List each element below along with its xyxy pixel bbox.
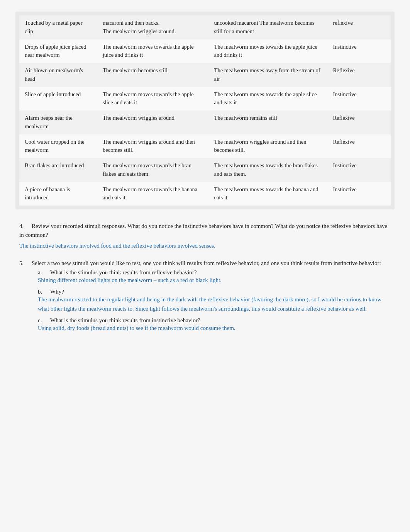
stimulus-cell: Bran flakes are introduced <box>19 158 97 182</box>
stimulus-cell: Touched by a metal paper clip <box>19 15 97 39</box>
table-row: A piece of banana is introducedThe mealw… <box>19 182 391 206</box>
observed-cell: The mealworm wriggles around <box>97 110 209 134</box>
behavior-type-cell: Instinctive <box>327 158 391 182</box>
table-row: Cool water dropped on the mealwormThe me… <box>19 134 391 158</box>
observed-cell: The mealworm moves towards the banana an… <box>97 182 209 206</box>
stimulus-cell: A piece of banana is introduced <box>19 182 97 206</box>
stimulus-cell: Drops of apple juice placed near mealwor… <box>19 39 97 63</box>
behavior-type-cell: Reflexive <box>327 134 391 158</box>
behavior-type-cell: Reflexive <box>327 63 391 87</box>
behavior-type-cell: Instinctive <box>327 87 391 111</box>
predicted-cell: The mealworm moves towards the bran flak… <box>209 158 328 182</box>
behavior-type-cell: Instinctive <box>327 182 391 206</box>
observed-cell: The mealworm moves towards the apple jui… <box>97 39 209 63</box>
observed-cell: The mealworm wriggles around and then be… <box>97 134 209 158</box>
observed-cell: macaroni and then backs. The mealworm wr… <box>97 15 209 39</box>
answer-text: The mealworm reacted to the regular ligh… <box>38 295 391 313</box>
predicted-cell: The mealworm wriggles around and then be… <box>209 134 328 158</box>
question-text: 5.Select a two new stimuli you would lik… <box>19 259 391 268</box>
behavior-type-cell: reflexive <box>327 15 391 39</box>
behavior-type-cell: Instinctive <box>327 39 391 63</box>
sub-question-label: a.What is the stimulus you think results… <box>38 269 391 276</box>
observed-cell: The mealworm moves towards the apple sli… <box>97 87 209 111</box>
sub-question-label: b.Why? <box>38 289 391 295</box>
table-row: Bran flakes are introducedThe mealworm m… <box>19 158 391 182</box>
questions-section: 4.Review your recorded stimuli responses… <box>15 222 395 333</box>
sub-question: c.What is the stimulus you think results… <box>38 317 391 333</box>
table-row: Slice of apple introducedThe mealworm mo… <box>19 87 391 111</box>
predicted-cell: The mealworm moves towards the apple sli… <box>209 87 328 111</box>
predicted-cell: The mealworm remains still <box>209 110 328 134</box>
table-row: Touched by a metal paper clipmacaroni an… <box>19 15 391 39</box>
data-table-wrapper: Touched by a metal paper clipmacaroni an… <box>15 12 395 209</box>
sub-question-label: c.What is the stimulus you think results… <box>38 317 391 324</box>
table-row: Drops of apple juice placed near mealwor… <box>19 39 391 63</box>
sub-question: a.What is the stimulus you think results… <box>38 269 391 285</box>
behavior-type-cell: Reflexive <box>327 110 391 134</box>
table-row: Alarm beeps near the mealwormThe mealwor… <box>19 110 391 134</box>
stimulus-table: Touched by a metal paper clipmacaroni an… <box>19 15 391 206</box>
predicted-cell: The mealworm moves away from the stream … <box>209 63 328 87</box>
predicted-cell: The mealworm moves towards the apple jui… <box>209 39 328 63</box>
stimulus-cell: Slice of apple introduced <box>19 87 97 111</box>
answer-text: Using solid, dry foods (bread and nuts) … <box>38 324 391 333</box>
table-row: Air blown on mealworm's headThe mealworm… <box>19 63 391 87</box>
observed-cell: The mealworm moves towards the bran flak… <box>97 158 209 182</box>
stimulus-cell: Alarm beeps near the mealworm <box>19 110 97 134</box>
question-block: 5.Select a two new stimuli you would lik… <box>19 259 391 333</box>
question-block: 4.Review your recorded stimuli responses… <box>19 222 391 250</box>
observed-cell: The mealworm becomes still <box>97 63 209 87</box>
sub-question: b.Why?The mealworm reacted to the regula… <box>38 289 391 313</box>
predicted-cell: uncooked macaroni The mealworm becomes s… <box>209 15 328 39</box>
answer-text: The instinctive behaviors involved food … <box>19 241 391 250</box>
answer-text: Shining different colored lights on the … <box>38 276 391 285</box>
stimulus-cell: Cool water dropped on the mealworm <box>19 134 97 158</box>
predicted-cell: The mealworm moves towards the banana an… <box>209 182 328 206</box>
stimulus-cell: Air blown on mealworm's head <box>19 63 97 87</box>
question-text: 4.Review your recorded stimuli responses… <box>19 222 391 240</box>
